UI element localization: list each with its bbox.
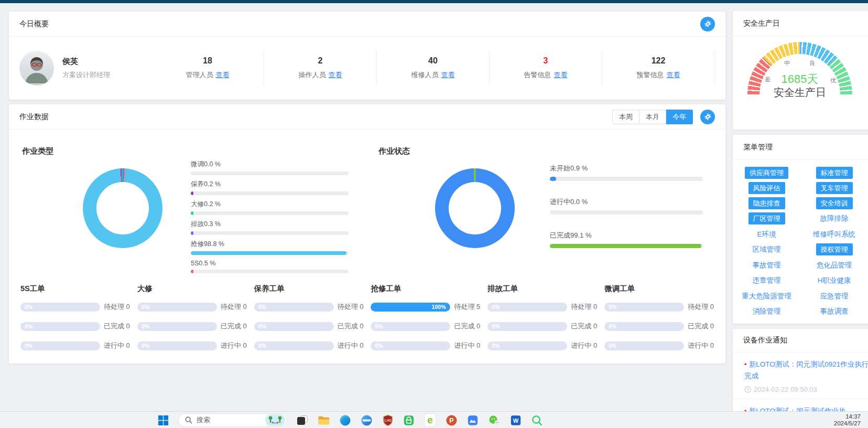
overview-header: 今日概要	[9, 12, 725, 37]
safety-days-value: 1685天	[747, 71, 852, 87]
legend-bar	[550, 244, 703, 248]
menu-item-accident[interactable]: 事故管理	[753, 259, 781, 272]
safety-days-caption: 安全生产日	[747, 85, 852, 100]
stat-value: 3	[490, 56, 602, 66]
powerpoint-icon[interactable]: P	[446, 414, 458, 426]
edge-browser-icon[interactable]	[339, 414, 351, 426]
menu-item-e-env[interactable]: E环境	[757, 228, 776, 241]
menu-item-emergency-mgmt[interactable]: 应急管理	[820, 290, 849, 303]
menu-item-hazchem[interactable]: 危化品管理	[817, 259, 852, 272]
stat-managers: 18 管理人员查看	[151, 50, 264, 86]
notice-text: 新LOTO测试：闰元测试0921作业执行完成	[744, 360, 868, 380]
tab-this-year[interactable]: 今年	[666, 110, 693, 124]
menu-item-hazard-check[interactable]: 隐患排查	[748, 197, 785, 209]
gear-icon	[704, 113, 712, 121]
file-explorer-icon[interactable]	[318, 414, 330, 426]
legend-label: 进行中0.0 %	[550, 197, 703, 207]
order-row-label: 待处理 0	[571, 302, 597, 312]
notice-item[interactable]: •新LOTO测试：闰元测试0921作业执行完成 2024-02-22 09:50…	[733, 352, 868, 399]
tab-this-week[interactable]: 本周	[612, 110, 639, 124]
progress-text: 0%	[609, 343, 616, 349]
progress-text: 0%	[25, 304, 32, 310]
stat-label: 操作人员	[299, 71, 326, 79]
view-link[interactable]: 查看	[441, 71, 455, 79]
legend-bar-fill	[550, 244, 701, 248]
donut-hole	[449, 182, 501, 234]
menu-item-accident-investigation[interactable]: 事故调查	[820, 305, 849, 318]
legend-item: 大修0.2 %	[191, 200, 349, 215]
progress-text: 100%	[432, 304, 446, 310]
menu-item-authorization[interactable]: 授权管理	[816, 243, 853, 255]
period-tabs: 本周 本月 今年	[612, 110, 693, 124]
blue-browser-icon[interactable]	[361, 414, 373, 426]
order-title: 5S工单	[20, 284, 130, 294]
progress-bar: 0%	[254, 303, 334, 312]
legend-bar	[191, 231, 349, 235]
order-row-label: 待处理 0	[221, 302, 247, 312]
green-search-app-icon[interactable]	[531, 414, 543, 426]
menu-item-plant-area[interactable]: 厂区管理	[748, 212, 785, 224]
task-view-icon[interactable]	[297, 414, 308, 426]
menu-item-safety-training[interactable]: 安全培训	[816, 197, 853, 209]
progress-text: 0%	[25, 323, 32, 329]
overview-settings-button[interactable]	[700, 17, 715, 31]
menu-item-major-hazard[interactable]: 重大危险源管理	[742, 290, 791, 303]
legend-bar	[550, 210, 703, 215]
menu-item-forklift[interactable]: 叉车管理	[816, 182, 853, 194]
order-row-label: 进行中 0	[221, 341, 247, 350]
jobs-settings-button[interactable]	[700, 110, 715, 124]
menu-management-card: 菜单管理 供应商管理 标准管理 风险评估 叉车管理 隐患排查 安全培训 厂区管理…	[733, 135, 868, 324]
taskbar-search-box[interactable]: 搜索	[178, 413, 287, 427]
notices-header: 设备作业通知	[733, 329, 868, 352]
legend-bar-fill	[191, 191, 193, 195]
notices-title: 设备作业通知	[743, 336, 787, 345]
taskbar-clock[interactable]: 14:37 2024/5/27	[834, 413, 861, 427]
menu-item-fault-fix[interactable]: 故障排除	[820, 212, 849, 225]
order-card-finetune: 微调工单 0%待处理 0 0%已完成 0 0%进行中 0	[604, 284, 714, 360]
search-placeholder: 搜索	[197, 415, 261, 425]
progress-text: 0%	[492, 343, 500, 349]
menu-item-violation[interactable]: 违章管理	[753, 274, 781, 287]
order-row-label: 进行中 0	[688, 341, 714, 350]
menu-item-standard[interactable]: 标准管理	[816, 167, 853, 179]
order-row-label: 待处理 0	[104, 302, 130, 312]
legend-bar	[191, 172, 349, 175]
job-type-donut-chart	[83, 168, 162, 248]
progress-text: 0%	[375, 343, 383, 349]
taskbar-date: 2024/5/27	[834, 420, 861, 427]
green-store-app-icon[interactable]	[403, 414, 415, 426]
wechat-icon[interactable]	[488, 414, 501, 426]
lhs-app-icon[interactable]: LHS	[382, 414, 394, 426]
windows-start-button[interactable]	[158, 415, 169, 426]
work-order-summary: 5S工单 0%待处理 0 0%已完成 0 0%进行中 0 大修 0%待处理 0 …	[20, 284, 714, 360]
search-highlight-beach-image[interactable]	[265, 414, 285, 426]
lanhu-app-icon[interactable]	[467, 414, 479, 426]
progress-text: 0%	[142, 304, 149, 310]
menu-item-supplier[interactable]: 供应商管理	[745, 167, 788, 179]
legend-label: 微调0.0 %	[191, 160, 349, 169]
view-link[interactable]: 查看	[554, 71, 568, 79]
view-link[interactable]: 查看	[216, 71, 230, 79]
view-link[interactable]: 查看	[329, 71, 342, 79]
legend-bar-fill	[191, 211, 193, 215]
menu-item-occupational-health[interactable]: H职业健康	[818, 274, 851, 287]
menu-item-risk[interactable]: 风险评估	[748, 182, 785, 194]
menu-item-repair-call[interactable]: 维修呼叫系统	[813, 228, 855, 241]
legend-bar-fill	[191, 231, 193, 235]
progress-bar: 0%	[604, 322, 684, 331]
gear-icon	[704, 20, 712, 28]
legend-label: 保养0.2 %	[191, 180, 349, 189]
legend-label: 大修0.2 %	[191, 200, 349, 209]
order-row-label: 已完成 0	[688, 322, 714, 331]
legend-item: 排故0.3 %	[191, 220, 349, 235]
legend-bar	[191, 251, 349, 255]
menu-item-elimination[interactable]: 消除管理	[753, 305, 781, 318]
view-link[interactable]: 查看	[667, 71, 680, 79]
word-icon[interactable]: W	[510, 414, 522, 426]
browser-360-active-icon[interactable]: e	[424, 413, 436, 427]
order-row-label: 进行中 0	[104, 341, 130, 350]
tab-this-month[interactable]: 本月	[639, 110, 666, 124]
legend-label: 未开始0.9 %	[550, 164, 703, 173]
menu-item-region[interactable]: 区域管理	[753, 243, 781, 256]
progress-text: 0%	[609, 323, 616, 329]
